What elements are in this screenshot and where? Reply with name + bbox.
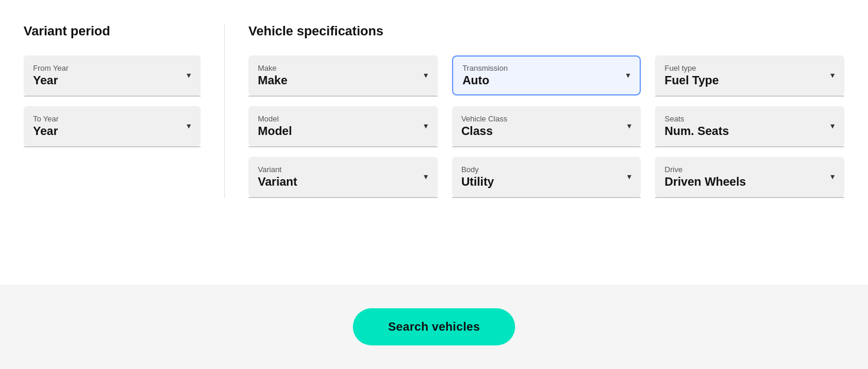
variant-period-title: Variant period [24,24,201,39]
seats-arrow-icon: ▼ [829,122,836,130]
fuel-type-dropdown-container: Fuel type Fuel Type ▼ [655,55,844,97]
variant-period-dropdowns: From Year Year ▼ To Year Year ▼ [24,55,201,147]
model-label: Model [258,114,428,123]
make-underline [248,95,438,97]
to-year-dropdown-container: To Year Year ▼ [24,106,201,147]
variant-underline [248,197,438,198]
fuel-type-underline [655,95,844,97]
main-content: Variant period From Year Year ▼ To Year … [0,0,868,285]
seats-dropdown-container: Seats Num. Seats ▼ [655,106,844,147]
make-dropdown[interactable]: Make Make ▼ [248,55,438,95]
vehicle-class-label: Vehicle Class [461,114,632,123]
transmission-dropdown-container: Transmission Auto ▼ [452,55,641,97]
drive-dropdown[interactable]: Drive Driven Wheels ▼ [655,157,844,197]
to-year-underline [24,146,201,147]
transmission-label: Transmission [463,64,631,73]
make-value: Make [258,74,428,87]
variant-arrow-icon: ▼ [422,173,430,181]
model-arrow-icon: ▼ [422,122,430,130]
body-arrow-icon: ▼ [625,173,633,181]
body-value: Utility [461,175,632,189]
search-section: Search vehicles [0,285,868,369]
variant-dropdown[interactable]: Variant Variant ▼ [248,157,438,197]
to-year-dropdown[interactable]: To Year Year ▼ [24,106,201,146]
make-label: Make [258,64,428,73]
vehicle-class-arrow-icon: ▼ [625,122,633,130]
search-vehicles-button[interactable]: Search vehicles [353,308,516,345]
make-arrow-icon: ▼ [422,71,430,80]
variant-period-section: Variant period From Year Year ▼ To Year … [24,24,224,198]
body-dropdown[interactable]: Body Utility ▼ [452,157,641,197]
vehicle-specs-title: Vehicle specifications [248,24,844,39]
seats-dropdown[interactable]: Seats Num. Seats ▼ [655,106,844,146]
from-year-dropdown-container: From Year Year ▼ [24,55,201,97]
model-underline [248,146,438,147]
seats-label: Seats [664,114,835,123]
to-year-label: To Year [33,114,191,123]
seats-underline [655,146,844,147]
fuel-type-dropdown[interactable]: Fuel type Fuel Type ▼ [655,55,844,95]
transmission-arrow-icon: ▼ [624,71,631,80]
vehicle-class-value: Class [461,124,632,138]
from-year-arrow-icon: ▼ [185,71,192,80]
body-underline [452,197,641,198]
variant-label: Variant [258,165,428,174]
vehicle-class-dropdown[interactable]: Vehicle Class Class ▼ [452,106,641,146]
from-year-value: Year [33,74,191,87]
section-divider [224,24,225,198]
drive-underline [655,197,844,198]
from-year-underline [24,95,201,97]
vehicle-specs-section: Vehicle specifications Make Make ▼ Trans… [248,24,844,198]
sections-row: Variant period From Year Year ▼ To Year … [24,24,844,198]
transmission-value: Auto [463,74,631,87]
variant-dropdown-container: Variant Variant ▼ [248,157,438,198]
model-value: Model [258,124,428,138]
fuel-type-label: Fuel type [664,64,835,73]
make-dropdown-container: Make Make ▼ [248,55,438,97]
drive-dropdown-container: Drive Driven Wheels ▼ [655,157,844,198]
from-year-dropdown[interactable]: From Year Year ▼ [24,55,201,95]
fuel-type-value: Fuel Type [664,74,835,87]
body-dropdown-container: Body Utility ▼ [452,157,641,198]
vehicle-class-dropdown-container: Vehicle Class Class ▼ [452,106,641,147]
specs-grid: Make Make ▼ Transmission Auto ▼ [248,55,844,198]
model-dropdown[interactable]: Model Model ▼ [248,106,438,146]
drive-value: Driven Wheels [664,175,835,189]
to-year-arrow-icon: ▼ [185,122,192,130]
to-year-value: Year [33,124,191,138]
body-label: Body [461,165,632,174]
drive-arrow-icon: ▼ [829,173,836,181]
model-dropdown-container: Model Model ▼ [248,106,438,147]
vehicle-class-underline [452,146,641,147]
drive-label: Drive [664,165,835,174]
seats-value: Num. Seats [664,124,835,138]
transmission-dropdown[interactable]: Transmission Auto ▼ [452,55,641,95]
fuel-type-arrow-icon: ▼ [829,71,836,80]
variant-value: Variant [258,175,428,189]
from-year-label: From Year [33,64,191,73]
